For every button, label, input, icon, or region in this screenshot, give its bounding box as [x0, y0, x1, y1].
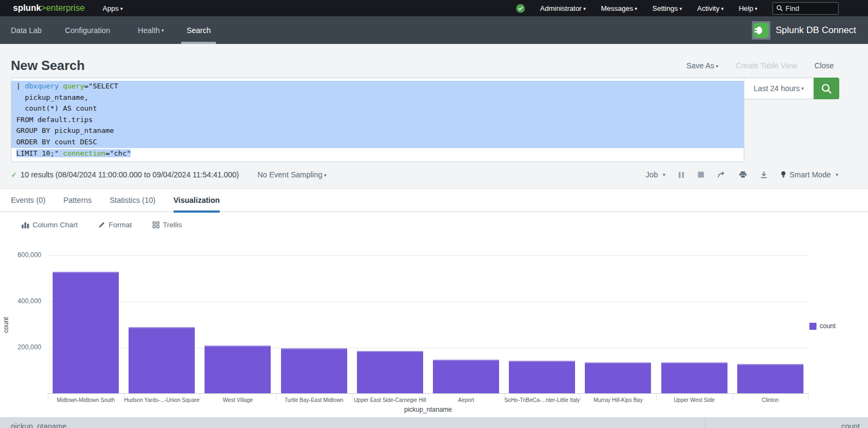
- search-query-box[interactable]: | dbxquery query="SELECT pickup_ntaname,…: [11, 78, 744, 162]
- column-header-count[interactable]: count: [705, 417, 868, 428]
- selected-text: LIMIT 10;" connection="chc": [16, 149, 131, 157]
- help-menu[interactable]: Help▾: [739, 4, 757, 12]
- x-tick-label: Murray Hill-Kips Bay: [580, 397, 656, 403]
- download-icon: [760, 171, 768, 178]
- event-sampling-label: No Event Sampling: [257, 170, 322, 179]
- bar-8[interactable]: [585, 362, 651, 393]
- format-button[interactable]: Format: [98, 221, 132, 229]
- column-header-pickup-ntaname[interactable]: pickup_ntaname: [0, 417, 705, 428]
- y-tick-label: 400,000: [0, 297, 41, 305]
- query-line: GROUP BY pickup_ntaname: [11, 125, 744, 137]
- bar-6[interactable]: [433, 360, 499, 393]
- settings-menu[interactable]: Settings▾: [653, 4, 682, 12]
- bar-2[interactable]: [129, 327, 195, 393]
- nav-item-data-lab[interactable]: Data Lab: [5, 16, 47, 44]
- bar-cell: [732, 255, 808, 393]
- spl-text: count(*) AS count: [16, 104, 97, 112]
- tab-statistics[interactable]: Statistics (10): [110, 189, 156, 212]
- stop-button[interactable]: [698, 171, 704, 178]
- bar-cell: [428, 255, 504, 393]
- bar-3[interactable]: [205, 346, 271, 393]
- create-table-view-button[interactable]: Create Table View: [736, 61, 797, 70]
- results-bar: ✓ 10 results (08/04/2024 11:00:00.000 to…: [11, 168, 838, 181]
- app-name: Splunk DB Connect: [776, 25, 856, 36]
- search-button[interactable]: [814, 78, 839, 99]
- legend-entry-count[interactable]: count: [809, 322, 835, 330]
- print-button[interactable]: [739, 171, 747, 178]
- chart-type-label: Column Chart: [33, 221, 78, 229]
- nav-item-health[interactable]: Health▾: [132, 16, 169, 44]
- bar-cell: [352, 255, 428, 393]
- x-tick-label: Upper East Side-Carnegie Hill: [352, 397, 428, 403]
- bar-cell: [200, 255, 276, 393]
- x-axis-tick: [808, 394, 809, 400]
- tab-events[interactable]: Events (0): [11, 189, 46, 212]
- trellis-button[interactable]: Trellis: [152, 221, 182, 229]
- app-badge[interactable]: Splunk DB Connect: [752, 21, 856, 40]
- spl-text: LIMIT 10;": [16, 149, 63, 157]
- logo-enterprise-text: enterprise: [46, 3, 85, 12]
- messages-menu[interactable]: Messages▾: [601, 4, 637, 12]
- bar-7[interactable]: [509, 361, 575, 393]
- apps-menu[interactable]: Apps▾: [103, 4, 123, 12]
- print-icon: [739, 171, 747, 178]
- system-status-icon[interactable]: [516, 4, 525, 13]
- x-tick-label: West Village: [200, 397, 276, 403]
- query-line: pickup_ntaname,: [11, 92, 744, 104]
- bar-cell: [504, 255, 580, 393]
- nav-item-configuration[interactable]: Configuration: [60, 16, 116, 44]
- time-range-label: Last 24 hours: [754, 84, 800, 93]
- db-connect-app-icon: [752, 21, 770, 40]
- bar-9[interactable]: [661, 362, 727, 393]
- x-tick-label: Turtle Bay-East Midtown: [276, 397, 352, 403]
- viz-toolbar: Column Chart Format Trellis: [0, 212, 868, 237]
- x-axis-title: pickup_ntaname: [48, 406, 808, 413]
- spl-text: ="SELECT: [84, 82, 118, 90]
- spl-text: GROUP BY pickup_ntaname: [16, 126, 114, 135]
- administrator-menu[interactable]: Administrator▾: [540, 4, 586, 12]
- x-tick-labels: Midtown-Midtown SouthHudson Yards-...-Un…: [48, 397, 808, 403]
- caret-down-icon: ▾: [663, 172, 666, 177]
- bar-10[interactable]: [737, 364, 803, 393]
- nav-item-search[interactable]: Search: [181, 16, 216, 44]
- find-search-box[interactable]: [773, 2, 839, 15]
- caret-down-icon: ▾: [583, 6, 586, 11]
- chart-type-button[interactable]: Column Chart: [22, 221, 78, 229]
- trellis-label: Trellis: [163, 221, 182, 229]
- x-tick-label: Hudson Yards-...-Union Square: [124, 397, 200, 403]
- column-chart-icon: [22, 221, 29, 228]
- stop-icon: [698, 171, 704, 178]
- find-input[interactable]: [786, 4, 832, 12]
- bar-5[interactable]: [357, 351, 423, 393]
- close-button[interactable]: Close: [814, 61, 834, 70]
- caret-down-icon: ▾: [324, 173, 327, 178]
- topbar-right-menus: Administrator▾ Messages▾ Settings▾ Activ…: [516, 2, 839, 15]
- nav-item-label: Data Lab: [11, 26, 42, 35]
- export-button[interactable]: [760, 171, 768, 178]
- pause-button[interactable]: [678, 171, 685, 178]
- administrator-menu-label: Administrator: [540, 4, 582, 12]
- bar-1[interactable]: [53, 272, 119, 393]
- query-line: count(*) AS count: [11, 103, 744, 114]
- event-sampling-dropdown[interactable]: No Event Sampling▾: [257, 170, 326, 179]
- x-tick-label: Airport: [428, 397, 504, 403]
- results-summary: 10 results (08/04/2024 11:00:00.000 to 0…: [21, 170, 239, 179]
- bar-4[interactable]: [281, 348, 347, 393]
- tab-patterns[interactable]: Patterns: [63, 189, 92, 212]
- share-button[interactable]: [717, 171, 726, 178]
- job-menu[interactable]: Job▾: [646, 170, 665, 179]
- time-range-picker[interactable]: Last 24 hours▾: [744, 78, 814, 99]
- bars-row: [48, 255, 808, 393]
- caret-down-icon: ▾: [162, 28, 164, 33]
- smart-mode-menu[interactable]: Smart Mode▾: [781, 170, 838, 179]
- activity-menu[interactable]: Activity▾: [697, 4, 724, 12]
- statistics-table-header: pickup_ntaname count: [0, 417, 868, 428]
- settings-menu-label: Settings: [653, 4, 678, 12]
- splunk-logo[interactable]: splunk>enterprise: [13, 3, 85, 13]
- spl-text: pickup_ntaname,: [16, 93, 88, 101]
- nav-item-label: Configuration: [65, 26, 110, 35]
- apps-menu-label: Apps: [103, 4, 119, 12]
- query-line: | dbxquery query="SELECT: [11, 81, 744, 92]
- save-as-button[interactable]: Save As▾: [686, 61, 718, 70]
- tab-visualization[interactable]: Visualization: [174, 189, 220, 212]
